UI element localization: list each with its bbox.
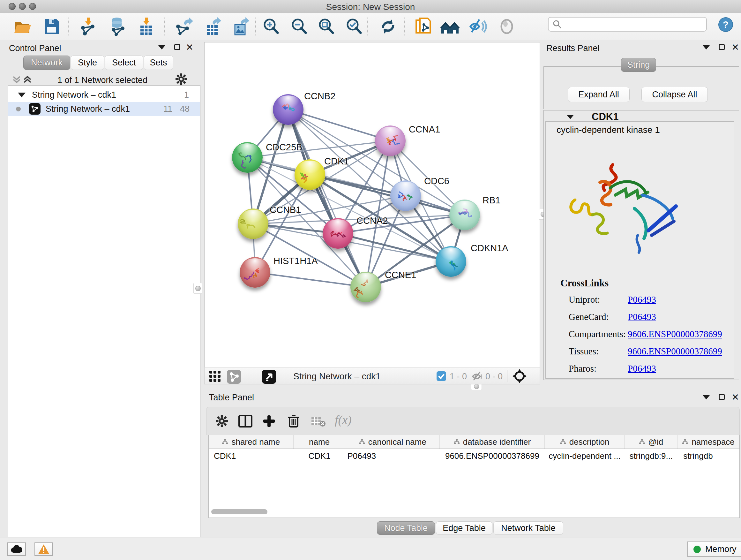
collapse-all-button[interactable]: Collapse All <box>642 87 708 102</box>
memory-button[interactable]: Memory <box>687 542 741 557</box>
import-network-file-button[interactable] <box>78 16 98 37</box>
column-header-name[interactable]: name <box>293 435 346 449</box>
show-all-button[interactable] <box>496 16 517 37</box>
network-node-CCNB1[interactable] <box>238 208 268 239</box>
detach-view-icon <box>262 370 276 384</box>
network-node-HIST1H1A[interactable] <box>240 257 270 288</box>
network-node-CCNE1[interactable] <box>350 272 381 302</box>
tab-style[interactable]: Style <box>71 56 105 70</box>
tab-network-table[interactable]: Network Table <box>493 521 563 535</box>
tab-sets[interactable]: Sets <box>144 56 173 70</box>
network-node-RB1[interactable] <box>449 199 480 230</box>
import-network-database-button[interactable] <box>107 16 128 37</box>
collection-collapse-icon[interactable] <box>18 92 25 98</box>
column-header-description[interactable]: description <box>545 435 625 449</box>
zoom-out-button[interactable] <box>289 16 310 37</box>
results-panel-float-icon[interactable] <box>719 44 725 50</box>
export-image-button[interactable] <box>230 16 251 37</box>
crosslink-link[interactable]: P06493 <box>628 312 656 322</box>
tab-node-table[interactable]: Node Table <box>377 521 435 535</box>
table-cell[interactable]: CDK1 <box>293 449 346 462</box>
node-label-CCNB1: CCNB1 <box>270 205 301 215</box>
left-splitter-grip[interactable] <box>193 283 202 294</box>
edge[interactable] <box>255 272 366 287</box>
crosslink-link[interactable]: 9606.ENSP00000378699 <box>628 346 722 357</box>
network-node-CDC25B[interactable] <box>232 142 263 173</box>
grid-view-button[interactable] <box>209 370 221 384</box>
table-panel-menu-icon[interactable] <box>703 395 710 399</box>
crosslink-link[interactable]: 9606.ENSP00000378699 <box>628 329 722 339</box>
export-network-button[interactable] <box>174 16 194 37</box>
save-session-button[interactable] <box>42 16 62 37</box>
tab-network[interactable]: Network <box>23 56 70 70</box>
first-neighbors-button[interactable] <box>440 16 460 37</box>
export-table-button[interactable] <box>203 16 223 37</box>
new-network-from-selection-icon <box>414 17 433 36</box>
zoom-in-button[interactable] <box>261 16 281 37</box>
birdseye-view-button[interactable] <box>512 369 527 385</box>
single-view-button[interactable] <box>227 370 241 385</box>
search-field[interactable] <box>562 18 706 30</box>
table-cell[interactable]: stringdb:9... <box>624 449 677 462</box>
crosslink-link[interactable]: P06493 <box>628 363 656 374</box>
warnings-button[interactable] <box>35 543 53 556</box>
table-row[interactable]: CDK1CDK1P064939606.ENSP00000378699cyclin… <box>209 449 739 462</box>
results-panel-menu-icon[interactable] <box>703 45 710 50</box>
results-panel-close-icon[interactable]: ✕ <box>731 44 739 51</box>
delete-column-button[interactable] <box>287 414 300 429</box>
import-table-button[interactable] <box>136 16 156 37</box>
table-cell[interactable]: cyclin-dependent ... <box>545 449 625 462</box>
network-from-selection-button[interactable] <box>414 16 434 37</box>
table-cell[interactable]: CDK1 <box>209 449 293 462</box>
table-panel-float-icon[interactable] <box>719 394 725 400</box>
horizontal-scrollbar[interactable] <box>211 509 267 514</box>
gene-collapse-icon[interactable] <box>567 115 574 119</box>
selected-checkbox[interactable] <box>436 371 446 382</box>
column-header-canonical-name[interactable]: canonical name <box>345 435 440 449</box>
table-panel-close-icon[interactable]: ✕ <box>731 394 739 400</box>
network-canvas[interactable]: CCNB2CCNA1CDC25BCDK1CDC6RB1CCNB1CCNA2CDK… <box>204 42 540 367</box>
control-panel-close-icon[interactable]: ✕ <box>186 44 193 51</box>
network-node-CCNA2[interactable] <box>323 218 353 249</box>
table-cell[interactable]: 9606.ENSP00000378699 <box>440 449 545 462</box>
add-column-button[interactable] <box>263 415 275 429</box>
apply-layout-button[interactable] <box>378 16 398 37</box>
hide-selection-button[interactable] <box>468 16 488 37</box>
control-panel-float-icon[interactable] <box>174 44 180 50</box>
help-button[interactable]: ? <box>718 17 733 34</box>
network-node-CDKN1A[interactable] <box>435 246 466 277</box>
column-header-shared-name[interactable]: shared name <box>209 435 293 449</box>
search-input[interactable] <box>548 17 707 32</box>
open-session-button[interactable] <box>13 16 33 37</box>
zoom-fit-icon <box>317 17 336 36</box>
cloud-button[interactable] <box>7 543 26 556</box>
show-columns-button[interactable] <box>239 415 253 429</box>
network-panel-gear-icon[interactable] <box>176 73 187 86</box>
column-header--id[interactable]: @id <box>624 435 677 449</box>
network-node-CDC6[interactable] <box>390 180 421 211</box>
node-table: shared namenamecanonical namedatabase id… <box>208 435 740 518</box>
crosslink-link[interactable]: P06493 <box>628 294 656 305</box>
table-cell[interactable]: stringdb <box>677 449 739 462</box>
function-builder-button[interactable]: f(x) <box>335 413 352 427</box>
network-node-CDK1[interactable] <box>294 159 325 190</box>
column-header-database-identifier[interactable]: database identifier <box>440 435 545 449</box>
expand-all-button[interactable]: Expand All <box>568 87 630 102</box>
delete-table-button[interactable] <box>311 416 326 428</box>
table-cell[interactable]: P06493 <box>345 449 440 462</box>
network-node-CCNA1[interactable] <box>375 125 406 156</box>
tab-string[interactable]: String <box>621 58 656 72</box>
tab-edge-table[interactable]: Edge Table <box>436 521 492 535</box>
network-node-CCNB2[interactable] <box>273 94 304 125</box>
table-settings-button[interactable] <box>216 415 228 428</box>
network-collection-row[interactable]: String Network – cdk1 1 <box>8 88 200 102</box>
column-header-namespace[interactable]: namespace <box>677 435 739 449</box>
column-type-icon <box>454 439 460 445</box>
zoom-fit-button[interactable] <box>316 16 337 37</box>
tab-select[interactable]: Select <box>105 56 143 70</box>
detach-view-button[interactable] <box>262 370 276 385</box>
control-panel-menu-icon[interactable] <box>158 45 165 50</box>
network-row[interactable]: String Network – cdk1 11 48 <box>8 102 200 116</box>
export-image-icon <box>231 17 250 36</box>
zoom-selected-button[interactable] <box>344 16 364 37</box>
